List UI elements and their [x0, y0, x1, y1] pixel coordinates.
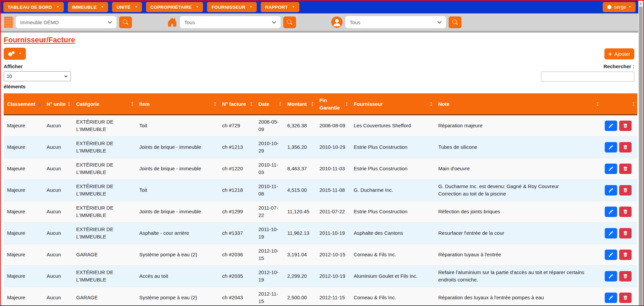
column-header-classement[interactable]: Classement	[4, 93, 43, 115]
pencil-icon	[609, 231, 613, 235]
unit-select[interactable]: Tous	[180, 16, 281, 28]
home-icon	[167, 17, 177, 27]
cell-fin_garantie: 2012-11-15	[316, 287, 350, 306]
building-select-wrap: Immeuble DÉMO	[16, 16, 116, 28]
nav-unite[interactable]: UNITÉ ▼	[112, 2, 142, 12]
cell-fournisseur: Les Couvertures Shefford	[350, 115, 435, 136]
cell-note: Réparation tuyaux à l'entrée	[435, 244, 601, 265]
column-header-item[interactable]: Item	[136, 93, 219, 115]
column-header-n_facture[interactable]: N° facture	[219, 93, 255, 115]
edit-row-button[interactable]	[605, 207, 617, 217]
cell-fournisseur: Estrie Plus Construction	[350, 136, 435, 158]
page-content: Fournisseur/Facture ▼ + Ajouter Afficher…	[1, 33, 638, 306]
cell-categorie: EXTÉRIEUR DE L'IMMEUBLE	[73, 115, 136, 136]
edit-row-button[interactable]	[605, 142, 617, 152]
cell-date: 2010-11-03	[255, 158, 284, 179]
table-row: MajeureAucunEXTÉRIEUR DE L'IMMEUBLEJoint…	[4, 136, 637, 158]
cell-fin_garantie: 2010-11-03	[316, 158, 350, 179]
cell-item: Toit	[136, 115, 219, 136]
edit-row-button[interactable]	[605, 164, 617, 174]
nav-tableau-de-bord[interactable]: TABLEAU DE BORD ▼	[3, 2, 64, 12]
cell-fournisseur: Aluminium Goulet et Fils inc.	[350, 265, 435, 287]
page-length-select[interactable]: 10	[4, 72, 70, 81]
cell-categorie: GARAGE	[73, 287, 136, 306]
column-label: Note	[438, 101, 449, 107]
length-suffix-label: éléments	[4, 84, 638, 89]
sort-icon	[632, 101, 635, 107]
edit-row-button[interactable]	[605, 293, 617, 303]
trash-icon	[623, 210, 628, 214]
delete-row-button[interactable]	[619, 207, 632, 217]
table-header-row: ClassementN° uniteCatégorieItemN° factur…	[4, 93, 637, 115]
nav-coproprietaire[interactable]: COPROPRIÉTAIRE ▼	[146, 2, 203, 12]
edit-row-button[interactable]	[605, 121, 617, 131]
cell-n_unite: Aucun	[43, 244, 73, 265]
owner-select[interactable]: Tous	[345, 16, 446, 28]
cell-note: Réfection des joints briques	[435, 201, 601, 222]
cell-categorie: EXTÉRIEUR DE L'IMMEUBLE	[73, 222, 136, 244]
cell-n_facture: ch #2035	[219, 265, 255, 287]
column-header-actions[interactable]	[601, 93, 637, 115]
edit-row-button[interactable]	[605, 185, 617, 195]
column-label: Montant	[287, 101, 307, 107]
cell-fin_garantie: 2011-07-22	[316, 201, 350, 222]
chevron-down-icon: ▼	[196, 6, 199, 8]
column-header-fin_garantie[interactable]: Fin Garantie	[316, 93, 350, 115]
cell-date: 2012-10-19	[255, 265, 284, 287]
building-select[interactable]: Immeuble DÉMO	[16, 16, 116, 28]
pencil-icon	[609, 274, 613, 278]
cell-n_unite: Aucun	[43, 201, 73, 222]
nav-fournisseur[interactable]: FOURNISSEUR ▼	[207, 2, 257, 12]
chevron-down-icon: ▼	[19, 52, 21, 55]
building-filter-group: Immeuble DÉMO	[4, 16, 132, 28]
page-title[interactable]: Fournisseur/Facture	[4, 36, 75, 44]
column-header-n_unite[interactable]: N° unite	[43, 93, 73, 115]
search-icon	[452, 19, 458, 25]
delete-row-button[interactable]	[619, 121, 632, 131]
column-header-categorie[interactable]: Catégorie	[73, 93, 136, 115]
table-search-input[interactable]	[541, 72, 634, 82]
delete-row-button[interactable]	[619, 228, 632, 238]
delete-row-button[interactable]	[619, 293, 632, 303]
delete-row-button[interactable]	[619, 250, 632, 260]
cell-actions	[601, 244, 637, 265]
add-button[interactable]: + Ajouter	[604, 48, 634, 59]
owner-search-button[interactable]	[449, 16, 461, 28]
scrollbar-thumb[interactable]	[639, 7, 643, 305]
sort-icon	[596, 101, 599, 107]
sort-icon	[311, 101, 314, 107]
column-label: Item	[139, 101, 150, 107]
vertical-scrollbar[interactable]: ▲	[638, 1, 643, 305]
delete-row-button[interactable]	[619, 185, 632, 195]
cell-montant: 3,191.04	[284, 244, 316, 265]
trash-icon	[623, 296, 628, 300]
cell-categorie: EXTÉRIEUR DE L'IMMEUBLE	[73, 136, 136, 158]
column-header-note[interactable]: Note	[435, 93, 601, 115]
scroll-up-arrow-icon[interactable]: ▲	[638, 1, 643, 6]
cell-n_facture: ch #1299	[219, 201, 255, 222]
user-menu-button[interactable]: serge ▼	[603, 2, 636, 12]
cell-item: Joints de brique - immeuble	[136, 136, 219, 158]
table-actions-dropdown-button[interactable]: ▼	[4, 48, 26, 60]
unit-search-button[interactable]	[283, 16, 296, 28]
nav-immeuble[interactable]: IMMEUBLE ▼	[68, 2, 108, 12]
sort-icon	[250, 101, 253, 107]
nav-rapport[interactable]: RAPPORT ▼	[261, 2, 299, 12]
trash-icon	[623, 145, 628, 149]
trash-icon	[623, 274, 628, 278]
edit-row-button[interactable]	[605, 228, 617, 238]
cell-fournisseur: Asphalte des Cantons	[350, 222, 435, 244]
edit-row-button[interactable]	[605, 271, 617, 281]
edit-row-button[interactable]	[605, 250, 617, 260]
delete-row-button[interactable]	[619, 164, 632, 174]
column-header-montant[interactable]: Montant	[284, 93, 316, 115]
column-header-fournisseur[interactable]: Fournisseur	[350, 93, 435, 115]
delete-row-button[interactable]	[619, 142, 632, 152]
cell-date: 2011-10-19	[255, 222, 284, 244]
column-header-date[interactable]: Date	[255, 93, 284, 115]
delete-row-button[interactable]	[619, 271, 632, 281]
sort-icon	[131, 101, 134, 107]
add-button-label: Ajouter	[614, 51, 630, 57]
length-select-wrap: 10	[4, 71, 71, 81]
building-search-button[interactable]	[119, 16, 132, 28]
